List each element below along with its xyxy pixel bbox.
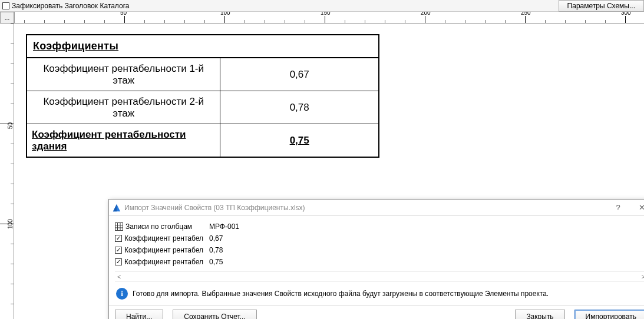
fix-header-checkbox[interactable]: Зафиксировать Заголовок Каталога: [0, 2, 129, 10]
row-label: Коэффициент рентабел: [124, 246, 203, 254]
import-dialog: Импорт Значений Свойств (03 ТП Коэффицие…: [108, 199, 644, 319]
row-label: Коэффициент рентабел: [124, 234, 203, 242]
table-icon: [115, 222, 123, 231]
total-name: Коэффициент рентабельности здания: [27, 124, 220, 158]
help-button[interactable]: ?: [606, 200, 630, 216]
table-total-row: Коэффициент рентабельности здания 0,75: [27, 124, 379, 158]
dialog-titlebar[interactable]: Импорт Значений Свойств (03 ТП Коэффицие…: [109, 200, 644, 216]
id-header-label: МРФ-001: [209, 222, 256, 231]
grid-header-row: Записи по столбцам МРФ-001: [115, 221, 644, 232]
canvas: Коэффициенты Коэффициент рентабельности …: [14, 24, 644, 319]
vertical-ruler: 50100150: [0, 24, 14, 319]
columns-header-label: Записи по столбцам: [126, 222, 192, 231]
row-value: 0,78: [209, 246, 256, 254]
scheme-params-button[interactable]: Параметры Схемы...: [559, 0, 644, 12]
row-value: 0,75: [209, 258, 256, 266]
info-icon: i: [116, 288, 128, 300]
row-name: Коэффициент рентабельности 2-й этаж: [27, 91, 220, 124]
grid-row: ✓ Коэффициент рентабел 0,67: [115, 232, 644, 244]
table-title: Коэффициенты: [27, 35, 379, 58]
row-checkbox[interactable]: ✓: [115, 235, 122, 242]
row-value: 0,67: [220, 58, 379, 91]
scroll-left-icon[interactable]: <: [117, 273, 121, 280]
horizontal-ruler: 50100150200250300: [14, 12, 644, 23]
row-checkbox[interactable]: ✓: [115, 247, 122, 254]
status-bar: i Готово для импорта. Выбранные значения…: [115, 283, 644, 303]
svg-rect-2: [115, 223, 123, 231]
find-button[interactable]: Найти...: [115, 310, 163, 319]
row-label: Коэффициент рентабел: [124, 258, 203, 266]
horizontal-scrollbar[interactable]: < >: [115, 271, 644, 282]
row-value: 0,67: [209, 234, 256, 242]
status-text: Готово для импорта. Выбранные значения С…: [133, 290, 549, 298]
coefficients-table: Коэффициенты Коэффициент рентабельности …: [26, 34, 379, 158]
scroll-right-icon[interactable]: >: [642, 273, 644, 280]
total-value: 0,75: [220, 124, 379, 158]
import-grid: Записи по столбцам МРФ-001 ✓ Коэффициент…: [115, 221, 644, 268]
fix-header-label: Зафиксировать Заголовок Каталога: [12, 2, 129, 10]
row-checkbox[interactable]: ✓: [115, 258, 122, 265]
table-row: Коэффициент рентабельности 1-й этаж 0,67: [27, 58, 379, 91]
row-name: Коэффициент рентабельности 1-й этаж: [27, 58, 220, 91]
checkbox-box: [2, 2, 9, 9]
dialog-button-bar: Найти... Сохранить Отчет... Закрыть Импо…: [109, 305, 644, 319]
dialog-title-text: Импорт Значений Свойств (03 ТП Коэффицие…: [124, 204, 606, 212]
table-row: Коэффициент рентабельности 2-й этаж 0,78: [27, 91, 379, 124]
close-button[interactable]: Закрыть: [515, 310, 564, 319]
import-button[interactable]: Импортировать: [574, 310, 644, 319]
save-report-button[interactable]: Сохранить Отчет...: [173, 310, 257, 319]
svg-marker-1: [113, 204, 117, 211]
app-icon: [113, 204, 121, 212]
ruler-area: ... 50100150200250300: [0, 12, 644, 24]
close-icon[interactable]: ✕: [630, 200, 644, 216]
row-value: 0,78: [220, 91, 379, 124]
ruler-corner-button[interactable]: ...: [0, 12, 14, 24]
top-toolbar: Зафиксировать Заголовок Каталога Парамет…: [0, 0, 644, 12]
grid-row: ✓ Коэффициент рентабел 0,75: [115, 256, 644, 268]
grid-row: ✓ Коэффициент рентабел 0,78: [115, 244, 644, 256]
